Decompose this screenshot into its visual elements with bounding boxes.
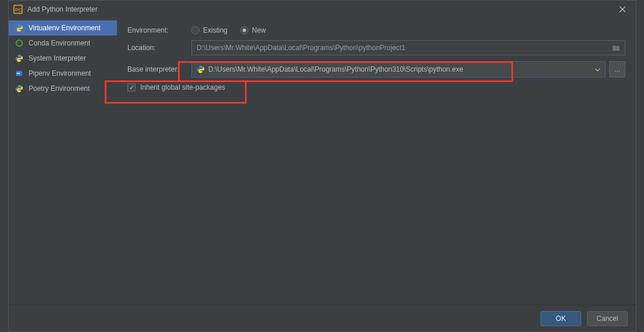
svg-text:PC: PC xyxy=(15,7,23,13)
dialog-footer: OK Cancel xyxy=(9,305,636,331)
inherit-checkbox[interactable]: Inherit global site-packages xyxy=(127,83,225,91)
sidebar-item-label: System Interpreter xyxy=(29,54,86,62)
svg-point-2 xyxy=(16,40,23,47)
python-icon xyxy=(15,54,24,63)
ellipsis-label: ... xyxy=(614,65,620,73)
location-row: Location: D:\Users\Mr.White\AppData\Loca… xyxy=(127,40,625,55)
folder-icon[interactable] xyxy=(612,44,620,51)
base-interpreter-combo[interactable]: D:\Users\Mr.White\AppData\Local\Programs… xyxy=(191,61,606,77)
sidebar-item-pipenv[interactable]: Pipenv Environment xyxy=(9,66,117,81)
radio-label: Existing xyxy=(203,26,227,34)
base-interpreter-row: Base interpreter: D:\Users\Mr.White\AppD… xyxy=(127,61,625,77)
base-interpreter-value: D:\Users\Mr.White\AppData\Local\Programs… xyxy=(208,65,463,73)
sidebar-item-label: Pipenv Environment xyxy=(29,69,91,77)
location-field[interactable]: D:\Users\Mr.White\AppData\Local\Programs… xyxy=(191,40,625,55)
sidebar-item-label: Poetry Environment xyxy=(29,84,90,93)
cancel-button[interactable]: Cancel xyxy=(587,311,628,326)
sidebar-item-conda[interactable]: Conda Environment xyxy=(9,36,117,51)
python-icon xyxy=(197,65,205,73)
pipenv-icon xyxy=(15,69,24,78)
environment-label: Environment: xyxy=(127,26,191,34)
browse-button[interactable]: ... xyxy=(609,61,625,77)
checkbox-box-icon xyxy=(127,83,136,91)
poetry-icon xyxy=(15,84,24,93)
base-interpreter-label: Base interpreter: xyxy=(127,65,191,73)
pycharm-icon: PC xyxy=(13,5,23,14)
python-icon xyxy=(15,23,24,33)
radio-existing[interactable]: Existing xyxy=(191,26,227,34)
ok-button[interactable]: OK xyxy=(540,311,581,326)
sidebar-item-virtualenv[interactable]: Virtualenv Environment xyxy=(9,20,117,36)
sidebar-item-system[interactable]: System Interpreter xyxy=(9,51,117,66)
location-value: D:\Users\Mr.White\AppData\Local\Programs… xyxy=(197,44,405,52)
dialog-title: Add Python Interpreter xyxy=(27,5,614,13)
sidebar-item-poetry[interactable]: Poetry Environment xyxy=(9,81,117,96)
close-button[interactable] xyxy=(614,1,631,18)
environment-row: Environment: Existing New xyxy=(127,26,625,34)
inherit-row: Inherit global site-packages xyxy=(127,83,625,91)
dialog-window: PC Add Python Interpreter Virtualenv Env… xyxy=(8,0,636,332)
main-panel: Environment: Existing New Location: D:\U… xyxy=(117,18,636,305)
radio-dot-icon xyxy=(191,26,200,34)
svg-rect-3 xyxy=(17,73,20,74)
sidebar-item-label: Virtualenv Environment xyxy=(29,24,101,32)
environment-radio-group: Existing New xyxy=(191,26,266,34)
sidebar-item-label: Conda Environment xyxy=(29,39,90,47)
conda-icon xyxy=(15,38,24,48)
location-label: Location: xyxy=(127,44,191,52)
ok-label: OK xyxy=(556,315,565,323)
cancel-label: Cancel xyxy=(596,315,618,323)
inherit-label: Inherit global site-packages xyxy=(140,83,225,91)
radio-dot-icon xyxy=(240,26,248,34)
chevron-down-icon xyxy=(595,65,600,73)
dialog-body: Virtualenv Environment Conda Environment… xyxy=(9,18,636,305)
radio-new[interactable]: New xyxy=(240,26,266,34)
radio-label: New xyxy=(252,26,266,34)
sidebar: Virtualenv Environment Conda Environment… xyxy=(9,18,117,305)
titlebar: PC Add Python Interpreter xyxy=(9,1,636,18)
